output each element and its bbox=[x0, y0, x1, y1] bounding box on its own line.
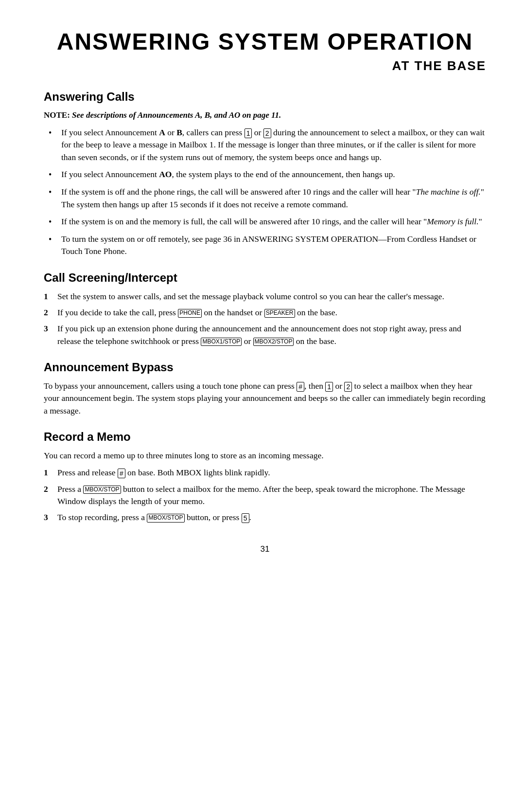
answering-calls-bullets: • If you select Announcement A or B, cal… bbox=[44, 126, 486, 258]
bullet-item-3: • If the system is off and the phone rin… bbox=[44, 186, 486, 211]
key-hash-2: # bbox=[118, 469, 125, 478]
memo-step-2-text: Press a MBOX/STOP button to select a mai… bbox=[57, 483, 486, 508]
key-1: 1 bbox=[245, 128, 252, 138]
step-3-num: 3 bbox=[44, 323, 57, 335]
bullet-item-4: • If the system is on and the memory is … bbox=[44, 216, 486, 228]
memo-step-3: 3 To stop recording, press a MBOX/STOP b… bbox=[44, 511, 486, 523]
call-screening-step-2: 2 If you decide to take the call, press … bbox=[44, 307, 486, 319]
key-mbox1-stop-1: MBOX1/STOP bbox=[201, 338, 242, 346]
bullet-2-icon: • bbox=[49, 168, 57, 181]
page-number: 31 bbox=[44, 543, 486, 556]
step-2-text: If you decide to take the call, press PH… bbox=[57, 307, 486, 319]
key-speaker: SPEAKER bbox=[264, 309, 295, 318]
key-2b: 2 bbox=[344, 382, 352, 392]
bullet-5-icon: • bbox=[49, 233, 57, 246]
step-2-num: 2 bbox=[44, 307, 57, 319]
note-label: NOTE: bbox=[44, 110, 70, 120]
step-1-num: 1 bbox=[44, 290, 57, 303]
step-1-text: Set the system to answer calls, and set … bbox=[57, 290, 486, 303]
key-mbox-stop-1: MBOX/STOP bbox=[83, 486, 121, 494]
memo-step-1-text: Press and release # on base. Both MBOX l… bbox=[57, 467, 486, 479]
memo-step-2: 2 Press a MBOX/STOP button to select a m… bbox=[44, 483, 486, 508]
bullet-item-5: • To turn the system on or off remotely,… bbox=[44, 233, 486, 258]
memo-step-1-num: 1 bbox=[44, 467, 57, 479]
call-screening-steps: 1 Set the system to answer calls, and se… bbox=[44, 290, 486, 348]
call-screening-step-1: 1 Set the system to answer calls, and se… bbox=[44, 290, 486, 303]
page-title: ANSWERING SYSTEM OPERATION bbox=[44, 29, 486, 55]
record-memo-steps: 1 Press and release # on base. Both MBOX… bbox=[44, 467, 486, 524]
memo-step-3-num: 3 bbox=[44, 511, 57, 523]
key-5: 5 bbox=[242, 513, 249, 523]
bullet-item-1: • If you select Announcement A or B, cal… bbox=[44, 126, 486, 163]
bullet-3-icon: • bbox=[49, 186, 57, 198]
key-1b: 1 bbox=[325, 382, 333, 392]
bullet-3-text: If the system is off and the phone rings… bbox=[61, 186, 486, 211]
memo-step-2-num: 2 bbox=[44, 483, 57, 495]
bullet-4-icon: • bbox=[49, 216, 57, 228]
page-subtitle: AT THE BASE bbox=[44, 57, 486, 75]
section-announcement-bypass: Announcement Bypass bbox=[44, 359, 486, 376]
bullet-1-icon: • bbox=[49, 126, 57, 139]
note-text: See descriptions of Announcements A, B, … bbox=[72, 110, 281, 120]
key-mbox2-stop-1: MBOX2/STOP bbox=[253, 338, 294, 346]
bullet-1-text: If you select Announcement A or B, calle… bbox=[61, 126, 486, 163]
announcement-bypass-text: To bypass your announcement, callers usi… bbox=[44, 380, 486, 417]
bullet-5-text: To turn the system on or off remotely, s… bbox=[61, 233, 486, 258]
key-phone: PHONE bbox=[178, 309, 202, 318]
memo-step-1: 1 Press and release # on base. Both MBOX… bbox=[44, 467, 486, 479]
section-call-screening: Call Screening/Intercept bbox=[44, 270, 486, 287]
section-record-memo: Record a Memo bbox=[44, 429, 486, 446]
bullet-item-2: • If you select Announcement AO, the sys… bbox=[44, 168, 486, 181]
key-mbox-stop-2: MBOX/STOP bbox=[147, 514, 184, 523]
section-answering-calls: Answering Calls bbox=[44, 89, 486, 106]
call-screening-step-3: 3 If you pick up an extension phone duri… bbox=[44, 323, 486, 347]
key-hash-1: # bbox=[297, 382, 304, 392]
key-2: 2 bbox=[263, 128, 271, 138]
memo-step-3-text: To stop recording, press a MBOX/STOP but… bbox=[57, 511, 486, 523]
record-memo-intro: You can record a memo up to three minute… bbox=[44, 450, 486, 462]
note-line: NOTE: See descriptions of Announcements … bbox=[44, 109, 486, 122]
bullet-4-text: If the system is on and the memory is fu… bbox=[61, 216, 486, 228]
bullet-2-text: If you select Announcement AO, the syste… bbox=[61, 168, 486, 180]
step-3-text: If you pick up an extension phone during… bbox=[57, 323, 486, 347]
